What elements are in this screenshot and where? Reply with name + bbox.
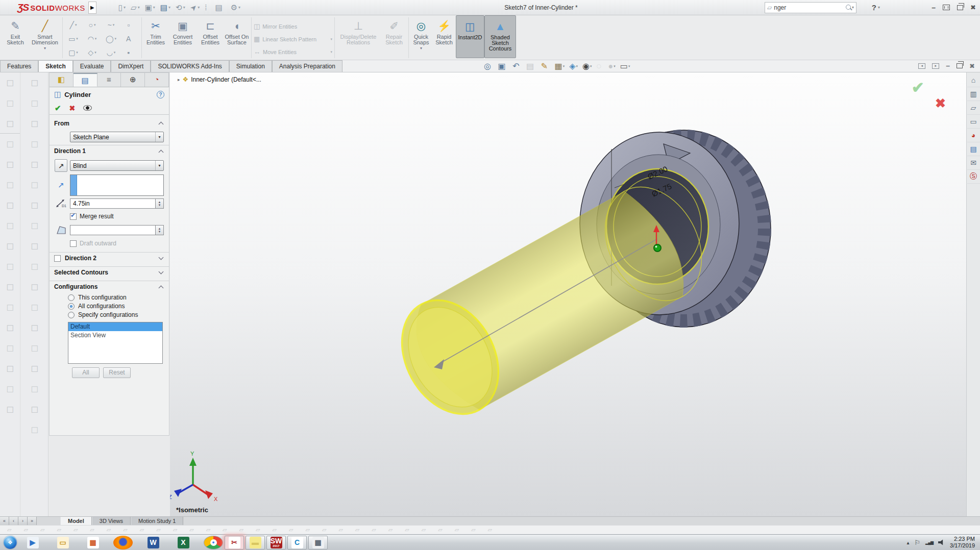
smart-dimension-button[interactable]: ╱ Smart Dimension ▾ <box>29 15 61 58</box>
clock[interactable]: 2:23 PM 3/17/2019 <box>950 536 975 549</box>
toolbar-icon[interactable]: ◻ <box>0 317 20 338</box>
xpress-tools-icon[interactable]: ⁞▾ <box>203 3 211 12</box>
open-folder-icon[interactable]: ▱▾ <box>129 3 141 12</box>
print-icon[interactable]: ▤▾ <box>159 3 172 12</box>
reverse-direction-button[interactable]: ↗ <box>55 159 67 172</box>
doc-close-button[interactable]: ✖ <box>969 62 975 70</box>
toolbar-icon[interactable]: ◻ <box>21 358 48 379</box>
appearances-icon[interactable]: ◕ <box>967 129 980 142</box>
tab-propertymanager[interactable]: ▤ <box>74 73 97 87</box>
tab-features[interactable]: Features <box>0 60 38 72</box>
polygon-tool-icon[interactable]: ◇▾ <box>83 45 102 59</box>
start-button[interactable]: ❖ <box>4 536 17 549</box>
tab-featuremanager[interactable]: ◧ <box>50 73 74 87</box>
network-signal-icon[interactable]: ▂▄▆ <box>925 540 933 545</box>
toolbar-icon[interactable]: ◻ <box>21 399 48 419</box>
section-direction-1[interactable]: Direction 1 <box>50 145 169 157</box>
home-icon[interactable]: ⌂ <box>967 73 980 87</box>
toolbar-icon[interactable]: ◻ <box>0 215 20 236</box>
depth-spinner[interactable]: ▲▼ <box>156 198 164 209</box>
ok-button[interactable]: ✔ <box>55 104 61 113</box>
text-tool-icon[interactable]: A▾ <box>120 32 139 45</box>
end-condition-dropdown[interactable]: Blind ▾ <box>70 160 164 171</box>
shaded-sketch-contours-button[interactable]: ▲ Shaded Sketch Contours <box>484 15 516 58</box>
toolbar-icon[interactable]: ◻ <box>0 113 20 134</box>
volume-icon[interactable] <box>938 539 945 545</box>
point-tool-icon[interactable]: ▪▾ <box>120 45 139 59</box>
doc-restore-button[interactable] <box>957 63 963 68</box>
view-settings-icon[interactable]: ▭▾ <box>620 61 630 71</box>
taskbar-snipping-tool[interactable]: ✂ <box>225 536 244 549</box>
offset-on-surface-button[interactable]: ◖ Offset On Surface <box>224 15 250 58</box>
taskbar-chrome[interactable]: ● <box>204 536 223 549</box>
options-gear-icon[interactable]: ⚙▾ <box>229 3 242 12</box>
toolbar-icon[interactable]: ◻ <box>21 154 48 174</box>
instant2d-button[interactable]: ◫ Instant2D <box>456 15 484 58</box>
slot-tool-icon[interactable]: ▢▾ <box>64 45 83 59</box>
next-button[interactable]: › <box>18 517 28 525</box>
graphics-viewport[interactable]: Ø2.00 Ø1.75 <box>170 72 966 516</box>
toolbar-icon[interactable]: ◻ <box>21 72 48 93</box>
taskbar-excel[interactable]: X <box>174 536 193 549</box>
new-document-icon[interactable]: ▯▾ <box>117 3 127 12</box>
quick-snaps-button[interactable]: ◎ Quick Snaps ▾ <box>410 15 432 58</box>
toolbar-icon[interactable]: ◻ <box>0 195 20 215</box>
offset-entities-button[interactable]: ⊏ Offset Entities <box>197 15 224 58</box>
tab-configurationmanager[interactable]: ≡ <box>97 73 121 87</box>
taskbar-c-app[interactable]: C <box>287 536 307 549</box>
draft-outward-checkbox[interactable] <box>70 240 77 247</box>
arc-tool-icon[interactable]: ◠▾ <box>83 32 102 45</box>
tab-motion-study-1[interactable]: Motion Study 1 <box>131 517 183 525</box>
view-orientation-icon[interactable]: ◈▾ <box>569 61 578 71</box>
toolbar-icon[interactable]: ◻ <box>0 154 20 174</box>
toolbar-icon[interactable]: ◻ <box>21 419 48 440</box>
draft-angle-field[interactable] <box>70 225 156 235</box>
cancel-button[interactable]: ✖ <box>69 104 76 112</box>
tab-analysis-preparation[interactable]: Analysis Preparation <box>272 60 342 72</box>
section-direction-2[interactable]: Direction 2 <box>50 252 169 264</box>
toolbar-icon[interactable]: ◻ <box>21 236 48 256</box>
depth-field[interactable]: 4.75in <box>70 198 156 209</box>
linear-sketch-pattern-button[interactable]: ▦Linear Sketch Pattern▾ <box>253 33 333 45</box>
direction-reference-field[interactable] <box>70 174 164 196</box>
toolbar-icon[interactable]: ◻ <box>21 93 48 113</box>
mirror-entities-button[interactable]: ◫Mirror Entities▾ <box>253 20 333 33</box>
toolbar-icon[interactable]: ◻ <box>0 338 20 358</box>
taskbar-firefox[interactable]: ● <box>113 536 133 549</box>
section-from[interactable]: From <box>50 117 169 129</box>
from-dropdown[interactable]: Sketch Plane ▾ <box>70 132 164 142</box>
taskbar-calculator[interactable]: ▦ <box>308 536 328 549</box>
circle-tool-icon[interactable]: ○▾ <box>83 18 102 32</box>
tab-dimxpertmanager[interactable]: ⊕ <box>121 73 145 87</box>
taskbar-app-grid[interactable]: ▦ <box>83 536 103 549</box>
taskbar-word[interactable]: W <box>143 536 163 549</box>
toolbar-icon[interactable]: ◻ <box>21 174 48 195</box>
taskbar-sticky-notes[interactable]: ▬ <box>246 536 265 549</box>
toolbar-icon[interactable]: ◻ <box>0 256 20 277</box>
zoom-to-fit-icon[interactable]: ◎▾ <box>484 61 493 71</box>
ellipse-tool-icon[interactable]: ◯▾ <box>102 32 120 45</box>
help-dropdown-icon[interactable]: ▾ <box>878 5 880 10</box>
select-cursor-icon[interactable]: ➤▾ <box>189 3 202 12</box>
hide-show-items-icon[interactable]: ◌▾ <box>597 62 604 71</box>
section-view-icon[interactable]: ▤▾ <box>526 61 536 71</box>
edit-appearance-icon[interactable]: ●▾ <box>608 62 616 71</box>
expand-panes-button[interactable] <box>943 5 950 10</box>
toolbar-icon[interactable]: ◻ <box>0 93 20 113</box>
toolbar-icon[interactable]: ◻ <box>0 174 20 195</box>
toolbar-icon[interactable]: ◻ <box>0 358 20 379</box>
radio-specify-configurations[interactable]: Specify configurations <box>68 311 164 318</box>
rectangle-tool-icon[interactable]: ▭▾ <box>64 32 83 45</box>
confirm-cancel-icon[interactable]: ✖ <box>935 96 946 111</box>
toolbar-icon[interactable]: ◻ <box>0 134 20 154</box>
tab-solidworks-add-ins[interactable]: SOLIDWORKS Add-Ins <box>151 60 229 72</box>
move-entities-button[interactable]: ↔Move Entities▾ <box>253 45 333 58</box>
line-tool-icon[interactable]: ╱▾ <box>64 18 83 32</box>
merge-result-checkbox[interactable]: ✔ <box>70 213 77 220</box>
preview-eye-icon[interactable] <box>83 105 92 111</box>
apply-scene-icon[interactable]: ▦▾ <box>555 61 565 71</box>
confirm-ok-icon[interactable]: ✔ <box>912 79 924 96</box>
undo-icon[interactable]: ⟲▾ <box>174 3 187 12</box>
solidworks-resources-icon[interactable]: Ⓢ <box>967 170 980 184</box>
restore-button[interactable] <box>957 5 963 10</box>
